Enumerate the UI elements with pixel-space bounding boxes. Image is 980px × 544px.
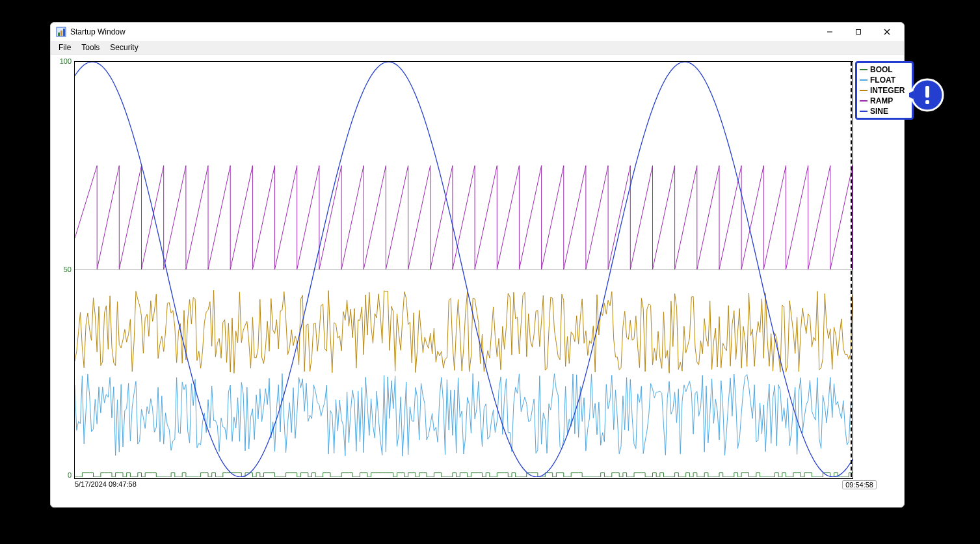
y-axis-labels: 100 50 0 <box>55 61 74 478</box>
y-tick-label: 50 <box>64 265 72 273</box>
legend-item-float[interactable]: FLOAT <box>860 75 909 85</box>
legend-swatch <box>860 79 867 81</box>
legend-label: FLOAT <box>870 75 895 85</box>
series-bool <box>75 473 853 477</box>
series-integer <box>75 290 853 373</box>
legend[interactable]: BOOL FLOAT INTEGER RAMP SINE <box>855 61 914 120</box>
close-button[interactable] <box>873 23 901 41</box>
x-start-label: 5/17/2024 09:47:58 <box>75 480 137 488</box>
svg-rect-9 <box>925 86 929 98</box>
app-window: Startup Window File Tools Security 100 5… <box>50 22 905 508</box>
legend-label: BOOL <box>870 64 893 75</box>
legend-swatch <box>860 69 867 70</box>
x-end-label: 09:54:58 <box>842 480 877 489</box>
series-sine <box>75 62 853 477</box>
svg-rect-1 <box>58 33 60 36</box>
y-tick-label: 0 <box>68 471 72 479</box>
menu-file[interactable]: File <box>53 42 76 53</box>
legend-item-ramp[interactable]: RAMP <box>860 96 909 106</box>
series-float <box>75 374 853 456</box>
legend-item-bool[interactable]: BOOL <box>860 64 909 75</box>
window-title: Startup Window <box>70 27 126 36</box>
legend-swatch <box>860 90 867 91</box>
series-ramp <box>75 166 853 270</box>
menu-security[interactable]: Security <box>105 42 143 53</box>
minimize-button[interactable] <box>815 23 844 41</box>
maximize-button[interactable] <box>844 23 873 41</box>
legend-label: SINE <box>870 106 888 116</box>
plot-canvas[interactable] <box>75 62 853 477</box>
svg-rect-5 <box>856 30 861 34</box>
legend-item-integer[interactable]: INTEGER <box>860 85 909 96</box>
svg-rect-2 <box>60 31 62 36</box>
y-tick-label: 100 <box>60 57 72 65</box>
app-icon <box>56 27 66 37</box>
svg-rect-3 <box>63 29 65 36</box>
svg-rect-10 <box>925 100 929 104</box>
titlebar[interactable]: Startup Window <box>51 23 904 41</box>
legend-swatch <box>860 111 867 112</box>
legend-label: INTEGER <box>870 85 905 96</box>
menu-tools[interactable]: Tools <box>76 42 105 53</box>
annotation-callout-icon <box>909 77 946 113</box>
legend-label: RAMP <box>870 96 893 106</box>
legend-swatch <box>860 100 867 102</box>
trend-chart[interactable]: 100 50 0 5/17/2024 09:47:58 09:54:58 BOO… <box>55 61 900 491</box>
legend-item-sine[interactable]: SINE <box>860 106 909 116</box>
svg-marker-8 <box>909 91 913 99</box>
menubar: File Tools Security <box>51 41 904 55</box>
time-cursor[interactable] <box>851 62 852 477</box>
